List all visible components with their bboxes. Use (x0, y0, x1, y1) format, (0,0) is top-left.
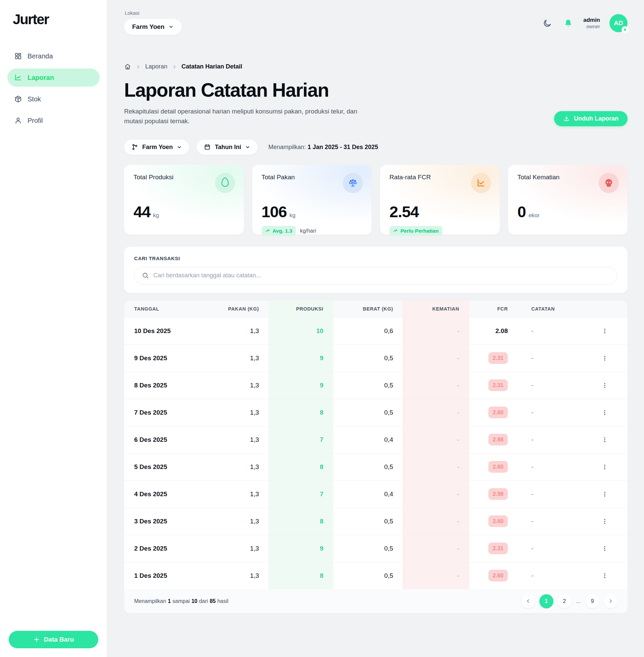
sidebar-item-laporan[interactable]: Laporan (7, 68, 100, 87)
chevron-down-icon (168, 24, 174, 29)
col-pakan: PAKAN (KG) (196, 301, 268, 317)
page-button-9[interactable]: 9 (585, 594, 599, 608)
download-report-button[interactable]: Unduh Laporan (554, 111, 627, 126)
stat-value: 0 (518, 202, 526, 221)
stat-value: 106 (262, 202, 287, 221)
search-label: CARI TRANSAKSI (134, 256, 618, 261)
farm-filter-dropdown[interactable]: Farm Yoen (124, 140, 189, 155)
home-icon[interactable] (124, 63, 131, 70)
cell-tanggal: 5 Des 2025 (124, 454, 196, 480)
page-subtitle: Rekapitulasi detail operasional harian m… (124, 106, 359, 126)
page-button-1[interactable]: 1 (539, 594, 553, 608)
breadcrumb-laporan[interactable]: Laporan (145, 63, 167, 70)
cell-berat: 0,5 (334, 562, 402, 589)
chevron-right-icon (136, 64, 141, 69)
notifications-button[interactable] (562, 18, 574, 29)
stat-value: 2.54 (389, 202, 419, 221)
calendar-icon (204, 144, 211, 150)
cell-kematian: - (402, 481, 469, 508)
user-info: admin owner (583, 17, 600, 30)
cell-pakan: 1,3 (196, 426, 268, 453)
theme-toggle-button[interactable] (542, 18, 553, 29)
chevron-right-icon (608, 598, 613, 604)
stat-card-total-pakan: Total Pakan 106 kg Avg. 1.3 kg/hari (252, 165, 372, 235)
cell-kematian: - (402, 535, 469, 562)
cell-catatan: - (518, 399, 582, 426)
stat-unit: kg (290, 212, 296, 219)
row-actions-button[interactable] (599, 543, 611, 554)
row-actions-button[interactable] (599, 434, 611, 446)
cell-pakan: 1,3 (196, 508, 268, 535)
cell-catatan: - (518, 372, 582, 399)
cell-pakan: 1,3 (196, 454, 268, 480)
row-actions-button[interactable] (599, 407, 611, 419)
cell-produksi: 8 (268, 508, 334, 535)
cell-pakan: 1,3 (196, 372, 268, 399)
cell-kematian: - (402, 317, 469, 345)
avatar[interactable]: AD (610, 14, 627, 32)
new-data-button[interactable]: Data Baru (9, 631, 98, 648)
search-input[interactable] (153, 272, 610, 279)
chevron-down-icon (245, 145, 250, 150)
period-filter-dropdown[interactable]: Tahun Ini (197, 140, 258, 155)
stats-row: Total Produksi 44 kg Total Pakan 106 kg (124, 165, 627, 235)
bell-icon (564, 19, 573, 27)
cell-produksi: 9 (268, 345, 334, 372)
table-row: 8 Des 2025 1,3 9 0,5 - 2.31 - (124, 372, 627, 399)
cell-produksi: 8 (268, 562, 334, 589)
cell-catatan: - (518, 535, 582, 562)
stat-unit: ekor (529, 212, 540, 219)
table-row: 10 Des 2025 1,3 10 0,6 - 2.08 - (124, 317, 627, 345)
col-produksi: PRODUKSI (268, 301, 334, 317)
chevron-down-icon (177, 145, 182, 150)
row-actions-button[interactable] (599, 325, 611, 337)
next-page-button[interactable] (603, 594, 618, 608)
sidebar-item-label: Profil (27, 117, 43, 125)
cell-fcr: 2.31 (469, 345, 518, 372)
cell-produksi: 9 (268, 535, 334, 562)
sidebar-item-beranda[interactable]: Beranda (7, 47, 100, 65)
avatar-status-badge (622, 26, 628, 33)
row-actions-button[interactable] (599, 352, 611, 364)
plus-icon (33, 636, 40, 643)
box-icon (14, 95, 22, 103)
cell-berat: 0,5 (334, 345, 402, 372)
table-row: 1 Des 2025 1,3 8 0,5 - 2.60 - (124, 562, 627, 589)
table-header: TANGGAL PAKAN (KG) PRODUKSI BERAT (KG) K… (124, 301, 627, 317)
location-selector[interactable]: Farm Yoen (124, 19, 182, 35)
cell-pakan: 1,3 (196, 399, 268, 426)
table-row: 7 Des 2025 1,3 8 0,5 - 2.60 - (124, 399, 627, 426)
cell-kematian: - (402, 426, 469, 453)
app-logo: Jurter (13, 12, 100, 27)
cell-tanggal: 6 Des 2025 (124, 426, 196, 453)
cell-berat: 0,4 (334, 426, 402, 453)
cell-berat: 0,5 (334, 508, 402, 535)
cell-tanggal: 3 Des 2025 (124, 508, 196, 535)
search-box (134, 267, 618, 284)
row-actions-button[interactable] (599, 379, 611, 391)
skull-icon (599, 173, 619, 193)
row-actions-button[interactable] (599, 570, 611, 582)
result-summary: Menampilkan 1 sampai 10 dari 85 hasil (134, 598, 228, 604)
col-berat: BERAT (KG) (334, 301, 402, 317)
sidebar-item-stok[interactable]: Stok (7, 90, 100, 108)
row-actions-button[interactable] (599, 488, 611, 500)
location-label: Lokasi (125, 10, 182, 16)
filter-row: Farm Yoen Tahun Ini Menampilkan: 1 Jan 2… (124, 140, 627, 155)
cell-berat: 0,5 (334, 372, 402, 399)
user-name: admin (583, 17, 600, 23)
prev-page-button[interactable] (521, 594, 535, 608)
fcr-chart-icon (471, 173, 491, 193)
chevron-right-icon (172, 64, 177, 69)
cell-tanggal: 9 Des 2025 (124, 345, 196, 372)
row-actions-button[interactable] (599, 461, 611, 473)
breadcrumb: Laporan Catatan Harian Detail (124, 63, 627, 70)
page-button-2[interactable]: 2 (557, 594, 572, 608)
badge-suffix: kg/hari (300, 228, 316, 234)
row-actions-button[interactable] (599, 515, 611, 527)
cell-fcr: 2.60 (469, 454, 518, 480)
sidebar-item-profil[interactable]: Profil (7, 111, 100, 130)
page-title: Laporan Catatan Harian (124, 79, 627, 101)
cell-pakan: 1,3 (196, 317, 268, 345)
cell-fcr: 2.31 (469, 535, 518, 562)
